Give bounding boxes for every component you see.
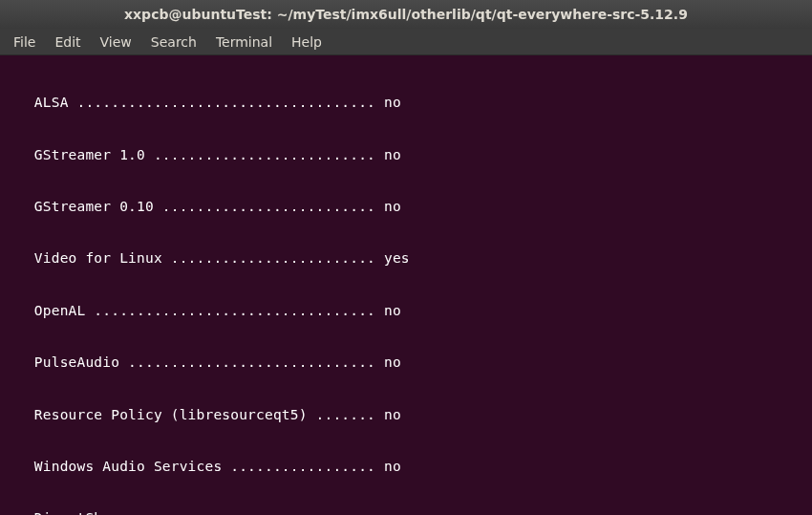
output-line: DirectShow .............................… [0,509,812,515]
titlebar: xxpcb@ubuntuTest: ~/myTest/imx6ull/other… [0,0,812,29]
menu-file[interactable]: File [4,31,45,54]
output-line: GStreamer 1.0 ..........................… [0,146,812,163]
menu-terminal[interactable]: Terminal [206,31,282,54]
menu-edit[interactable]: Edit [45,31,90,54]
output-line: GStreamer 0.10 .........................… [0,198,812,215]
output-line: Windows Audio Services .................… [0,458,812,475]
output-line: PulseAudio .............................… [0,354,812,371]
output-line: Video for Linux ........................… [0,249,812,267]
output-line: Resource Policy (libresourceqt5) .......… [0,406,812,423]
window-title: xxpcb@ubuntuTest: ~/myTest/imx6ull/other… [124,7,688,22]
menubar: File Edit View Search Terminal Help [0,29,812,55]
terminal-output[interactable]: ALSA ...................................… [0,55,812,515]
output-line: ALSA ...................................… [0,94,812,111]
menu-help[interactable]: Help [282,31,331,54]
menu-view[interactable]: View [91,31,141,54]
menu-search[interactable]: Search [141,31,206,54]
output-line: OpenAL .................................… [0,302,812,319]
